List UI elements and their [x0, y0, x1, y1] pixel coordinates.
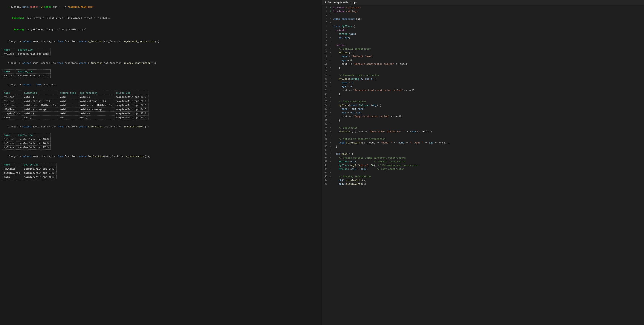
code-line-17: 17 ~ } [322, 66, 644, 70]
line-content: name = "Default Name"; [332, 55, 374, 58]
line-gutter: ~ [329, 145, 332, 148]
cell-name: MyClass [2, 99, 22, 103]
line-number: 35 [322, 134, 329, 137]
code-line-43: 43 ~ MyClass obj2("Alice", 30); // Param… [322, 164, 644, 167]
line-number: 25 [322, 96, 329, 100]
code-line-13: 13 ~ MyClass() { [322, 51, 644, 55]
line-number: 7 [322, 28, 329, 32]
line-gutter: ~ [329, 70, 332, 73]
file-name: samples/Main.cpp [334, 1, 357, 4]
cell-source-loc: samples/Main.cpp:27:3 [114, 103, 148, 107]
line-number: 24 [322, 92, 329, 96]
code-line-15: 15 ~ age = 0; [322, 59, 644, 62]
line-content: int age; [332, 36, 350, 40]
line-content: age = obj.age; [332, 111, 362, 115]
cell-name: MyClass [2, 52, 16, 56]
line-content: MyClass() { [332, 51, 355, 55]
line-gutter: ~ [329, 156, 332, 160]
line-number: 16 [322, 62, 329, 66]
line-number: 32 [322, 122, 329, 126]
code-line-5: 5 ~ [322, 21, 644, 25]
status-finished-line: Finished `dev` profile [unoptimized + de… [2, 13, 320, 24]
line-number: 42 [322, 160, 329, 163]
cell-return-type: int [58, 116, 78, 120]
cell-source-loc: samples/Main.cpp:27:3 [16, 73, 50, 78]
line-number: 29 [322, 111, 329, 115]
line-number: 27 [322, 103, 329, 107]
line-number: 4 [322, 17, 329, 21]
line-gutter: ~ [329, 164, 332, 167]
line-number: 34 [322, 130, 329, 133]
code-line-39: 39 ~ [322, 148, 644, 152]
code-line-2: 2 + #include <string> [322, 10, 644, 13]
cell-name: MyClass [2, 137, 16, 141]
line-gutter: ~ [329, 55, 332, 58]
line-gutter: ~ [329, 130, 332, 133]
line-content: MyClass obj1; // Default constructor [332, 160, 406, 164]
code-line-3: 3 ~ [322, 13, 644, 17]
col-header-signature: signature [22, 91, 58, 95]
line-content: // Create objects using different constr… [332, 156, 406, 160]
line-content: age = 0; [332, 59, 353, 62]
line-content: private: [332, 28, 348, 32]
result-table-5: name source_loc ~MyClass samples/Main.cp… [2, 163, 56, 179]
line-number: 41 [322, 156, 329, 160]
line-content: string name; [332, 32, 356, 36]
code-line-21: 21 ~ name = n; [322, 81, 644, 85]
code-line-16: 16 ~ cout << "Default constructor called… [322, 62, 644, 66]
cell-ast-function: void (const MyClass &) [78, 103, 114, 107]
line-content: MyClass(string n, int a) { [332, 77, 376, 81]
line-number: 40 [322, 152, 329, 156]
col-header-ast-function: ast_function [78, 91, 114, 95]
right-panel: File: samples/Main.cpp 1 + #include <ios… [322, 0, 644, 325]
line-gutter: ~ [329, 17, 332, 21]
cell-signature: int () [22, 116, 58, 120]
line-gutter: ~ [329, 167, 332, 171]
code-line-47: 47 ~ obj1.displayInfo(); [322, 179, 644, 182]
line-gutter: ~ [329, 111, 332, 115]
line-gutter: ~ [329, 137, 332, 141]
table-row: displayInfo samples/Main.cpp:37:8 [2, 171, 56, 175]
cell-ast-function: void () noexcept [78, 107, 114, 112]
code-area: 1 + #include <iostream> 2 + #include <st… [322, 5, 644, 187]
code-line-46: 46 ~ // Display information [322, 175, 644, 179]
query-4-prompt: clangql > select name, source_loc from f… [2, 121, 320, 132]
line-gutter: ~ [329, 134, 332, 137]
result-table-4: name source_loc MyClass samples/Main.cpp… [2, 133, 50, 150]
line-number: 5 [322, 21, 329, 24]
code-line-1: 1 + #include <iostream> [322, 6, 644, 10]
line-gutter: ~ [329, 148, 332, 152]
code-line-7: 7 ~ private: [322, 28, 644, 32]
line-gutter: ~ [329, 160, 332, 163]
line-gutter: ~ [329, 107, 332, 111]
cell-name: main [2, 116, 22, 120]
result-table-2: name source_loc MyClass samples/Main.cpp… [2, 69, 50, 78]
line-number: 26 [322, 100, 329, 103]
line-number: 43 [322, 164, 329, 167]
code-line-31: 31 ~ } [322, 119, 644, 122]
cell-ast-function: int () [78, 116, 114, 120]
table-row: MyClass samples/Main.cpp:20:3 [2, 141, 50, 145]
code-line-41: 41 ~ // Create objects using different c… [322, 156, 644, 160]
col-header-source-loc: source_loc [16, 133, 50, 137]
code-line-18: 18 ~ [322, 70, 644, 73]
line-gutter: ~ [329, 81, 332, 84]
line-number: 18 [322, 70, 329, 73]
line-number: 20 [322, 77, 329, 81]
line-number: 10 [322, 40, 329, 43]
finished-status: Finished [8, 17, 24, 19]
line-content: // Parameterized constructor [332, 73, 380, 77]
cell-source-loc: samples/Main.cpp:20:3 [16, 141, 50, 145]
line-number: 38 [322, 145, 329, 148]
code-line-29: 29 ~ age = obj.age; [322, 111, 644, 115]
table-row: MyClass samples/Main.cpp:13:3 [2, 52, 50, 56]
line-content: using namespace std; [332, 17, 362, 21]
line-number: 6 [322, 25, 329, 28]
code-line-6: 6 ~ class MyClass { [322, 25, 644, 28]
cell-ast-function: void (string, int) [78, 99, 114, 103]
code-line-40: 40 ~ int main() { [322, 152, 644, 156]
cell-name: MyClass [2, 95, 22, 99]
table-row: main int () int int () samples/Main.cpp:… [2, 116, 148, 120]
col-header-return-type: return_type [58, 91, 78, 95]
line-gutter: + [329, 10, 332, 13]
